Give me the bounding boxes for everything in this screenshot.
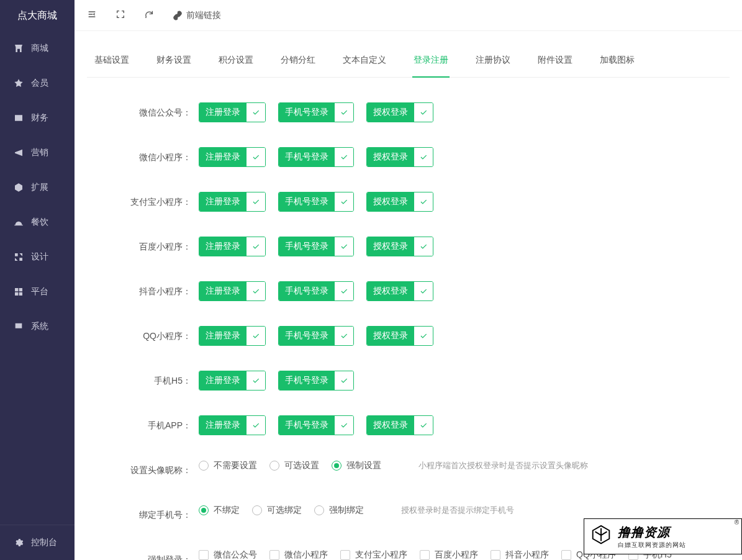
login-option-button[interactable]: 手机号登录 [278,147,354,167]
radio-label: 可选绑定 [267,505,302,516]
sidebar-item-label: 系统 [31,321,48,332]
sidebar-item-2[interactable]: 财务 [0,101,75,135]
login-option-button[interactable]: 授权登录 [366,102,433,122]
radio-option[interactable]: 不需要设置 [199,460,257,471]
main: 前端链接 基础设置财务设置积分设置分销分红文本自定义登录注册注册协议附件设置加载… [75,0,742,560]
login-option-button[interactable]: 授权登录 [366,237,433,256]
tab-0[interactable]: 基础设置 [93,43,130,77]
radio-label: 不绑定 [214,505,240,516]
radio-option[interactable]: 强制绑定 [314,505,364,516]
tab-6[interactable]: 注册协议 [474,43,512,77]
login-option-button[interactable]: 注册登录 [199,326,266,346]
fullscreen-icon[interactable] [115,9,125,21]
login-option-label: 授权登录 [367,416,414,435]
login-option-button[interactable]: 授权登录 [366,326,433,346]
radio-option[interactable]: 可选设置 [269,460,319,471]
checkbox-label: 微信公众号 [214,549,257,560]
platform-icon [14,287,24,297]
checkbox-label: 微信小程序 [284,549,328,560]
checkbox-option[interactable]: 微信小程序 [269,549,328,560]
login-option-button[interactable]: 授权登录 [366,192,433,212]
collapse-icon[interactable] [87,9,97,21]
radio-option[interactable]: 不绑定 [199,505,240,516]
login-option-label: 手机号登录 [279,103,335,122]
tab-7[interactable]: 附件设置 [536,43,574,77]
login-option-label: 注册登录 [199,282,247,300]
platform-row-3: 百度小程序：注册登录手机号登录授权登录 [87,224,730,269]
login-option-button[interactable]: 手机号登录 [278,326,354,346]
checkbox-option[interactable]: 支付宝小程序 [340,549,407,560]
sidebar-item-label: 会员 [31,78,48,89]
sidebar-item-console[interactable]: 控制台 [0,525,75,560]
login-option-button[interactable]: 手机号登录 [278,192,354,212]
login-option-button[interactable]: 手机号登录 [278,237,354,256]
login-option-button[interactable]: 手机号登录 [278,281,354,301]
design-icon [14,252,24,262]
tab-3[interactable]: 分销分红 [279,43,317,77]
login-option-button[interactable]: 注册登录 [199,237,266,256]
row-hint: 授权登录时是否提示绑定手机号 [401,505,514,516]
finance-icon [14,113,24,123]
login-option-button[interactable]: 注册登录 [199,281,266,301]
radio-option[interactable]: 强制设置 [332,460,381,471]
check-icon [414,192,433,211]
radio-icon [269,461,279,471]
login-option-button[interactable]: 注册登录 [199,415,266,435]
login-option-button[interactable]: 授权登录 [366,281,433,301]
sidebar-item-3[interactable]: 营销 [0,135,75,170]
login-option-button[interactable]: 手机号登录 [278,415,354,435]
sidebar-item-label: 营销 [31,147,48,158]
sidebar-item-4[interactable]: 扩展 [0,170,75,205]
login-option-button[interactable]: 注册登录 [199,192,266,212]
login-option-label: 注册登录 [199,192,247,211]
login-option-label: 手机号登录 [279,148,335,166]
front-link[interactable]: 前端链接 [173,10,221,21]
check-icon [247,192,265,211]
nav-list: 商城会员财务营销扩展餐饮设计平台系统 [0,31,75,525]
tab-1[interactable]: 财务设置 [155,43,192,77]
checkbox-icon [491,550,500,560]
sidebar-item-6[interactable]: 设计 [0,240,75,274]
login-option-label: 手机号登录 [279,237,335,256]
sidebar-item-0[interactable]: 商城 [0,31,75,66]
sidebar-item-label: 商城 [31,43,48,54]
login-option-button[interactable]: 手机号登录 [278,371,354,391]
sidebar-item-1[interactable]: 会员 [0,66,75,101]
sidebar-item-label: 平台 [31,286,48,297]
login-option-button[interactable]: 注册登录 [199,147,266,167]
refresh-icon[interactable] [144,9,154,21]
login-option-label: 授权登录 [367,327,414,345]
check-icon [247,103,265,122]
system-icon [14,322,24,332]
sidebar-item-5[interactable]: 餐饮 [0,205,75,240]
sidebar-item-8[interactable]: 系统 [0,309,75,344]
check-icon [335,327,353,345]
login-option-button[interactable]: 授权登录 [366,147,433,167]
check-icon [414,237,433,256]
check-icon [414,148,433,166]
login-option-button[interactable]: 授权登录 [366,415,433,435]
login-option-label: 手机号登录 [279,371,335,390]
sidebar-item-label: 餐饮 [31,217,48,228]
checkbox-option[interactable]: 微信公众号 [199,549,257,560]
login-option-button[interactable]: 注册登录 [199,371,266,391]
tab-5[interactable]: 登录注册 [412,43,450,77]
tab-4[interactable]: 文本自定义 [342,43,387,77]
check-icon [414,103,433,122]
sidebar-item-7[interactable]: 平台 [0,274,75,309]
login-option-label: 注册登录 [199,148,247,166]
checkbox-option[interactable]: 抖音小程序 [491,549,549,560]
radio-option[interactable]: 可选绑定 [252,505,302,516]
checkbox-label: 支付宝小程序 [355,549,407,560]
login-option-button[interactable]: 注册登录 [199,102,266,122]
login-option-label: 手机号登录 [279,282,335,300]
checkbox-option[interactable]: 百度小程序 [420,549,478,560]
row-controls: 注册登录手机号登录授权登录 [199,102,730,122]
sidebar-item-label: 扩展 [31,182,48,193]
check-icon [335,148,353,166]
login-option-button[interactable]: 手机号登录 [278,102,354,122]
tab-2[interactable]: 积分设置 [217,43,255,77]
radio-icon [332,461,342,471]
tab-8[interactable]: 加载图标 [599,43,636,77]
check-icon [414,327,433,345]
